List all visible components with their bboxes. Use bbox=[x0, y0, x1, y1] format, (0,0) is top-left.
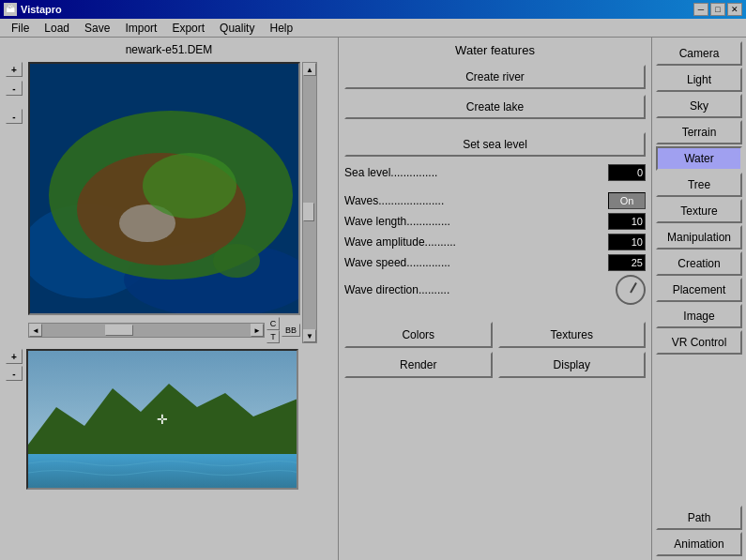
sea-level-label: Sea level............... bbox=[344, 166, 608, 179]
menu-save[interactable]: Save bbox=[77, 20, 117, 37]
app-title: Vistapro bbox=[21, 4, 62, 15]
main-content: newark-e51.DEM + - - bbox=[0, 38, 746, 560]
right-btn-image[interactable]: Image bbox=[656, 304, 742, 328]
scroll-track-vertical[interactable] bbox=[303, 76, 316, 329]
maximize-button[interactable]: □ bbox=[710, 3, 725, 16]
svg-point-7 bbox=[213, 244, 260, 278]
ct-buttons: C T bbox=[266, 317, 280, 343]
colors-textures-row: Colors Textures bbox=[344, 322, 646, 348]
wave-speed-label: Wave speed.............. bbox=[344, 256, 608, 269]
menu-help[interactable]: Help bbox=[262, 20, 300, 37]
menu-import[interactable]: Import bbox=[117, 20, 164, 37]
preview-zoom-plus[interactable]: + bbox=[6, 349, 23, 364]
scroll-right-button[interactable]: ► bbox=[251, 324, 264, 337]
svg-point-6 bbox=[143, 153, 236, 219]
terrain-map-view bbox=[28, 62, 300, 315]
right-btn-placement[interactable]: Placement bbox=[656, 278, 742, 302]
scroll-thumb-vertical[interactable] bbox=[303, 203, 314, 221]
app-icon: 🏔 bbox=[4, 3, 17, 16]
preview-area: + - bbox=[6, 349, 332, 490]
right-btn-creation[interactable]: Creation bbox=[656, 251, 742, 276]
render-display-row: Render Display bbox=[344, 352, 646, 378]
right-btn-camera[interactable]: Camera bbox=[656, 41, 742, 66]
wave-direction-dial[interactable] bbox=[616, 275, 646, 305]
textures-button[interactable]: Textures bbox=[498, 322, 647, 348]
preview-crosshair: ✛ bbox=[157, 412, 168, 427]
create-lake-button[interactable]: Create lake bbox=[344, 95, 646, 119]
wave-speed-value[interactable]: 25 bbox=[608, 254, 646, 271]
wave-amplitude-label: Wave amplitude.......... bbox=[344, 235, 608, 249]
preview-zoom-minus[interactable]: - bbox=[6, 366, 23, 381]
map-bottom-bar: ◄ ► C T BB bbox=[28, 317, 300, 343]
scroll-down-button[interactable]: ▼ bbox=[303, 329, 316, 342]
dem-filename: newark-e51.DEM bbox=[6, 43, 332, 56]
window-controls: ─ □ ✕ bbox=[693, 3, 742, 16]
middle-panel: Water features Create river Create lake … bbox=[338, 38, 652, 560]
zoom-plus-button[interactable]: + bbox=[6, 62, 23, 77]
right-btn-tree[interactable]: Tree bbox=[656, 173, 742, 197]
right-btn-water[interactable]: Water bbox=[656, 146, 742, 171]
create-river-button[interactable]: Create river bbox=[344, 65, 646, 89]
wave-direction-row: Wave direction.......... bbox=[344, 275, 646, 305]
title-bar: 🏔 Vistapro ─ □ ✕ bbox=[0, 0, 746, 19]
menu-load[interactable]: Load bbox=[37, 20, 77, 37]
waves-toggle[interactable]: On bbox=[608, 192, 646, 209]
right-btn-texture[interactable]: Texture bbox=[656, 199, 742, 223]
panel-title: Water features bbox=[344, 43, 646, 57]
vertical-scrollbar[interactable]: ▲ ▼ bbox=[302, 62, 317, 343]
menu-export[interactable]: Export bbox=[164, 20, 212, 37]
left-panel: newark-e51.DEM + - - bbox=[0, 38, 338, 560]
right-panel: Camera Light Sky Terrain Water Tree Text… bbox=[652, 38, 746, 560]
wave-length-label: Wave length.............. bbox=[344, 215, 608, 228]
right-btn-animation[interactable]: Animation bbox=[656, 532, 742, 556]
zoom-minus2-button[interactable]: - bbox=[6, 109, 23, 124]
right-btn-path[interactable]: Path bbox=[656, 506, 742, 530]
right-btn-manipulation[interactable]: Manipulation bbox=[656, 225, 742, 250]
render-button[interactable]: Render bbox=[344, 352, 493, 378]
zoom-minus-button[interactable]: - bbox=[6, 81, 23, 96]
preview-scene: ✛ bbox=[28, 351, 297, 488]
wave-speed-row: Wave speed.............. 25 bbox=[344, 254, 646, 271]
menu-bar: File Load Save Import Export Quality Hel… bbox=[0, 19, 746, 38]
wave-amplitude-row: Wave amplitude.......... 10 bbox=[344, 234, 646, 250]
wave-length-value[interactable]: 10 bbox=[608, 213, 646, 230]
right-btn-terrain[interactable]: Terrain bbox=[656, 120, 742, 144]
scroll-up-button[interactable]: ▲ bbox=[303, 63, 316, 76]
menu-file[interactable]: File bbox=[4, 20, 37, 37]
bb-button[interactable]: BB bbox=[282, 324, 300, 337]
scroll-thumb-horizontal[interactable] bbox=[105, 325, 133, 336]
scroll-left-button[interactable]: ◄ bbox=[29, 324, 42, 337]
terrain-map-image bbox=[30, 64, 298, 313]
c-button[interactable]: C bbox=[266, 317, 280, 330]
preview-view: ✛ bbox=[26, 349, 298, 490]
right-btn-light[interactable]: Light bbox=[656, 68, 742, 92]
wave-direction-label: Wave direction.......... bbox=[344, 283, 616, 296]
colors-button[interactable]: Colors bbox=[344, 322, 493, 348]
map-container: + - - bbox=[6, 62, 332, 343]
t-button[interactable]: T bbox=[266, 330, 280, 343]
minimize-button[interactable]: ─ bbox=[693, 3, 708, 16]
compass-needle bbox=[630, 282, 637, 293]
right-spacer bbox=[656, 356, 742, 504]
wave-amplitude-value[interactable]: 10 bbox=[608, 234, 646, 250]
horizontal-scrollbar[interactable]: ◄ ► bbox=[28, 323, 265, 338]
zoom-controls: + - - bbox=[6, 62, 23, 124]
scroll-track-horizontal[interactable] bbox=[42, 324, 251, 337]
close-button[interactable]: ✕ bbox=[727, 3, 742, 16]
sea-level-row: Sea level............... 0 bbox=[344, 164, 646, 181]
menu-quality[interactable]: Quality bbox=[212, 20, 262, 37]
waves-label: Waves..................... bbox=[344, 194, 608, 207]
waves-row: Waves..................... On bbox=[344, 192, 646, 209]
wave-length-row: Wave length.............. 10 bbox=[344, 213, 646, 230]
right-btn-sky[interactable]: Sky bbox=[656, 94, 742, 118]
sea-level-value[interactable]: 0 bbox=[608, 164, 646, 181]
right-btn-vr-control[interactable]: VR Control bbox=[656, 330, 742, 355]
set-sea-level-button[interactable]: Set sea level bbox=[344, 132, 646, 157]
display-button[interactable]: Display bbox=[498, 352, 647, 378]
